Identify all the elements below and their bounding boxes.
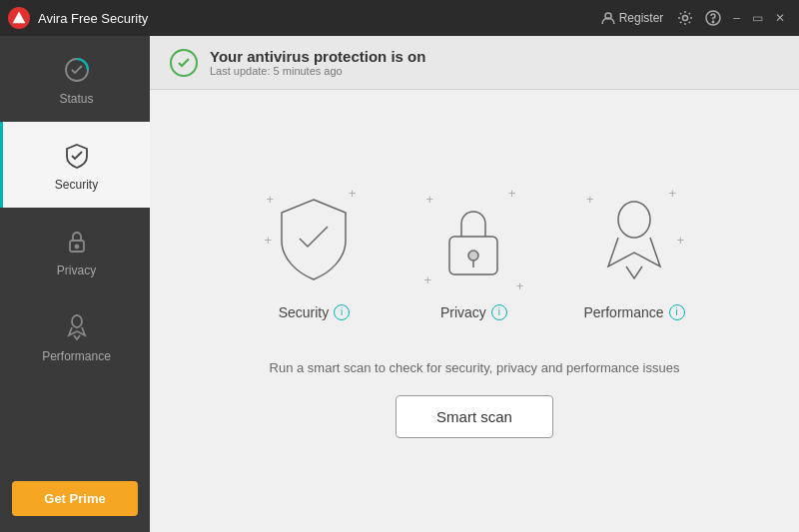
app-logo: [8, 7, 30, 29]
performance-info-icon[interactable]: i: [669, 304, 685, 320]
sidebar-item-security[interactable]: Security: [0, 122, 150, 208]
svg-point-3: [713, 21, 714, 22]
svg-point-9: [468, 251, 478, 261]
scan-description: Run a smart scan to check for security, …: [270, 360, 680, 375]
main-content: Your antivirus protection is on Last upd…: [150, 36, 799, 532]
features-area: + + + Security i: [150, 90, 799, 532]
security-feature-icon-wrap: + + +: [264, 185, 364, 294]
sidebar-security-label: Security: [55, 178, 98, 192]
privacy-sidebar-icon: [59, 224, 95, 260]
protection-status-icon: [170, 49, 198, 77]
security-info-icon[interactable]: i: [334, 304, 350, 320]
sidebar: Status Security Privacy: [0, 36, 150, 532]
sidebar-privacy-label: Privacy: [57, 264, 96, 277]
performance-label-text: Performance: [583, 304, 663, 320]
plus-tr-privacy: +: [508, 187, 516, 200]
plus-br-privacy: +: [516, 279, 524, 292]
performance-feature-label: Performance i: [583, 304, 684, 320]
privacy-feature-icon-wrap: + + + +: [423, 185, 523, 294]
plus-tr-performance: +: [668, 187, 676, 200]
privacy-info-icon[interactable]: i: [491, 304, 507, 320]
svg-point-6: [75, 246, 78, 249]
performance-sidebar-icon: [59, 309, 95, 345]
feature-performance: + + + Performance i: [583, 185, 684, 320]
get-prime-button[interactable]: Get Prime: [12, 481, 138, 516]
plus-tr-security: +: [349, 187, 357, 200]
sidebar-item-status[interactable]: Status: [0, 36, 150, 122]
status-subtitle: Last update: 5 minutes ago: [210, 65, 425, 77]
security-feature-label: Security i: [279, 304, 351, 320]
plus-tl-privacy: +: [425, 193, 433, 206]
status-title: Your antivirus protection is on: [210, 48, 425, 65]
sidebar-item-performance[interactable]: Performance: [0, 293, 150, 379]
privacy-label-text: Privacy: [440, 304, 486, 320]
plus-mr-performance: +: [676, 233, 684, 246]
close-button[interactable]: ✕: [769, 9, 791, 27]
minimize-button[interactable]: –: [727, 9, 746, 27]
status-icon: [59, 52, 95, 88]
app-container: Status Security Privacy: [0, 36, 799, 532]
plus-bl-privacy: +: [423, 273, 431, 286]
performance-feature-icon-wrap: + + +: [584, 185, 684, 294]
register-button[interactable]: Register: [593, 7, 672, 29]
settings-button[interactable]: [671, 6, 699, 30]
sidebar-status-label: Status: [59, 92, 93, 106]
status-bar: Your antivirus protection is on Last upd…: [150, 36, 799, 90]
sidebar-item-privacy[interactable]: Privacy: [0, 208, 150, 293]
register-label: Register: [619, 11, 664, 25]
security-sidebar-icon: [59, 138, 95, 174]
plus-tl-security: +: [266, 193, 274, 206]
sidebar-performance-label: Performance: [42, 349, 111, 363]
plus-ml-security: +: [264, 233, 272, 246]
maximize-button[interactable]: ▭: [746, 9, 769, 27]
feature-security: + + + Security i: [264, 185, 364, 320]
svg-point-11: [618, 202, 650, 238]
title-bar: Avira Free Security Register – ▭ ✕: [0, 0, 799, 36]
privacy-feature-label: Privacy i: [440, 304, 507, 320]
feature-privacy: + + + + Privacy i: [423, 185, 523, 320]
feature-icons-row: + + + Security i: [264, 185, 684, 320]
svg-point-1: [683, 16, 688, 21]
help-button[interactable]: [699, 6, 727, 30]
app-title: Avira Free Security: [38, 11, 593, 26]
smart-scan-button[interactable]: Smart scan: [396, 395, 553, 438]
status-text-block: Your antivirus protection is on Last upd…: [210, 48, 425, 77]
security-label-text: Security: [279, 304, 330, 320]
svg-point-7: [72, 315, 82, 327]
plus-tl-performance: +: [586, 193, 594, 206]
